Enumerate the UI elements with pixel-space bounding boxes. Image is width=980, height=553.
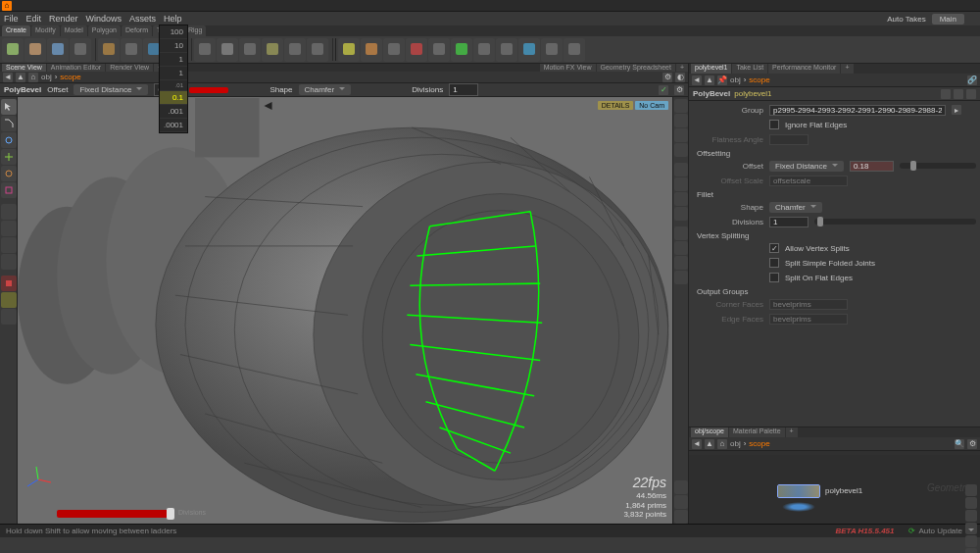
menu-render[interactable]: Render bbox=[49, 14, 78, 24]
shelf-tool[interactable] bbox=[70, 38, 91, 62]
link-icon[interactable]: 🔗 bbox=[967, 75, 977, 85]
lighting-toggle[interactable] bbox=[674, 207, 688, 221]
ladder-step-10[interactable]: 10 bbox=[160, 39, 187, 53]
tab-render-view[interactable]: Render View bbox=[106, 64, 153, 72]
tab-motionfx[interactable]: Motion FX View bbox=[540, 64, 596, 72]
shelf-tab-modify[interactable]: Modify bbox=[31, 25, 60, 36]
gear-icon[interactable]: ⚙ bbox=[967, 439, 977, 449]
group-input[interactable] bbox=[769, 105, 946, 116]
divisions-input[interactable] bbox=[769, 217, 808, 227]
shelf-tool[interactable] bbox=[24, 38, 46, 62]
net-tab-matpal[interactable]: Material Palette bbox=[729, 427, 785, 437]
display-options[interactable] bbox=[674, 271, 688, 284]
find-icon[interactable]: 🔍 bbox=[955, 439, 964, 449]
path-obj[interactable]: obj bbox=[730, 439, 741, 448]
shading-flat[interactable] bbox=[674, 177, 688, 191]
shelf-tab-deform[interactable]: Deform bbox=[122, 25, 152, 36]
path-node[interactable]: scope bbox=[749, 75, 769, 84]
net-tab-scope[interactable]: obj/scope bbox=[691, 427, 728, 437]
take-selector[interactable]: Main bbox=[932, 14, 964, 25]
ladder-step-100[interactable]: 100 bbox=[160, 25, 187, 39]
path-up[interactable]: ▲ bbox=[705, 439, 714, 449]
path-node[interactable]: scope bbox=[749, 439, 769, 448]
shelf-tool[interactable] bbox=[361, 38, 382, 62]
node-name[interactable]: polybevel1 bbox=[734, 89, 771, 98]
move-tool[interactable] bbox=[1, 149, 17, 165]
ladder-step-p001[interactable]: .001 bbox=[160, 105, 187, 119]
shelf-tool[interactable] bbox=[121, 38, 142, 62]
path-obj[interactable]: obj bbox=[41, 73, 52, 81]
network-editor[interactable]: obj/scope Material Palette + ◄ ▲ ⌂ obj› … bbox=[689, 427, 980, 524]
viewport-badge-details[interactable]: DETAILS bbox=[598, 101, 634, 110]
ladder-step-p1[interactable]: 0.1 bbox=[160, 91, 187, 105]
shelf-tool[interactable] bbox=[518, 38, 540, 62]
display-prims[interactable] bbox=[674, 256, 688, 270]
divisions-input[interactable] bbox=[449, 83, 478, 96]
home-icon[interactable]: ⌂ bbox=[28, 73, 38, 82]
shelf-tool[interactable] bbox=[428, 38, 450, 62]
shelf-tool[interactable] bbox=[406, 38, 427, 62]
display-normals[interactable] bbox=[674, 241, 688, 255]
view-persp[interactable] bbox=[674, 99, 688, 113]
net-tool[interactable] bbox=[965, 484, 977, 496]
display-opts4[interactable] bbox=[674, 510, 688, 524]
offset-slider[interactable] bbox=[189, 87, 228, 93]
shelf-tool[interactable] bbox=[383, 38, 405, 62]
net-tool[interactable] bbox=[965, 535, 977, 547]
menu-edit[interactable]: Edit bbox=[26, 14, 42, 24]
path-up[interactable]: ▲ bbox=[16, 73, 25, 82]
info-icon[interactable] bbox=[966, 89, 976, 99]
ladder-step-1b[interactable]: 1 bbox=[160, 67, 187, 80]
value-ladder[interactable]: 100 10 1 1 .01 0.1 .001 .0001 bbox=[159, 25, 188, 133]
node-display-flag[interactable] bbox=[782, 502, 815, 512]
tab-takelist[interactable]: Take List bbox=[732, 64, 767, 74]
render-region[interactable] bbox=[1, 276, 17, 291]
offset-input[interactable] bbox=[850, 161, 894, 172]
offset-mode-dropdown[interactable]: Fixed Distance bbox=[769, 161, 844, 172]
scale-tool[interactable] bbox=[1, 182, 17, 198]
handle-tool[interactable] bbox=[1, 132, 17, 148]
tab-geospread[interactable]: Geometry Spreadsheet bbox=[597, 64, 675, 72]
shelf-tool[interactable] bbox=[98, 38, 120, 62]
net-tool[interactable] bbox=[965, 510, 977, 522]
path-up[interactable]: ▲ bbox=[705, 75, 714, 85]
ghost-icon[interactable]: ◐ bbox=[675, 73, 685, 82]
ladder-step-1[interactable]: 1 bbox=[160, 53, 187, 67]
node-polybevel1[interactable]: polybevel1 bbox=[777, 484, 820, 498]
menu-assets[interactable]: Assets bbox=[129, 14, 156, 24]
shelf-tool[interactable] bbox=[2, 38, 24, 62]
shelf-tool[interactable] bbox=[262, 38, 283, 62]
help-icon[interactable] bbox=[954, 89, 963, 99]
shelf-tool[interactable] bbox=[194, 38, 216, 62]
offset-slider[interactable] bbox=[900, 163, 976, 169]
tab-add[interactable]: + bbox=[841, 64, 853, 74]
tab-polybevel[interactable]: polybevel1 bbox=[691, 64, 731, 74]
viewport[interactable]: DETAILS No Cam 22fps 44.56ms 1,864 prims… bbox=[18, 97, 672, 524]
ladder-step-p01[interactable]: .01 bbox=[160, 80, 187, 91]
tab-add2[interactable]: + bbox=[676, 64, 688, 72]
divisions-slider[interactable] bbox=[814, 219, 976, 225]
display-points[interactable] bbox=[674, 226, 688, 240]
path-back[interactable]: ◄ bbox=[3, 73, 13, 82]
inspect-tool[interactable] bbox=[1, 292, 17, 308]
net-tab-add[interactable]: + bbox=[786, 427, 798, 437]
view-front[interactable] bbox=[674, 128, 688, 142]
viewport-divisions-slider[interactable]: Divisions bbox=[57, 510, 174, 518]
path-node[interactable]: scope bbox=[60, 73, 80, 81]
ladder-step-p0001[interactable]: .0001 bbox=[160, 119, 187, 132]
menu-file[interactable]: File bbox=[4, 14, 19, 24]
gear-icon[interactable]: ⚙ bbox=[674, 85, 684, 95]
snap-point[interactable] bbox=[1, 237, 17, 253]
snap-curve[interactable] bbox=[1, 221, 17, 236]
shading-smooth[interactable] bbox=[674, 192, 688, 206]
shelf-tool[interactable] bbox=[541, 38, 563, 62]
gear-icon[interactable] bbox=[941, 89, 951, 99]
path-obj[interactable]: obj bbox=[730, 75, 741, 84]
shelf-tool[interactable] bbox=[451, 38, 472, 62]
select-tool[interactable] bbox=[1, 99, 17, 115]
split-folded-check[interactable] bbox=[769, 258, 779, 268]
shelf-tool[interactable] bbox=[217, 38, 238, 62]
gear-icon[interactable]: ⚙ bbox=[662, 73, 672, 82]
shelf-tool[interactable] bbox=[473, 38, 495, 62]
view-side[interactable] bbox=[674, 143, 688, 157]
